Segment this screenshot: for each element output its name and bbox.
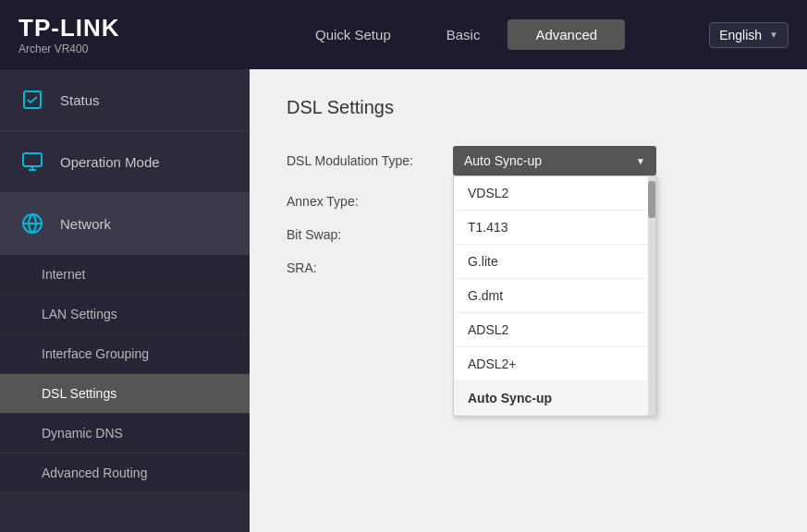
nav-quick-setup[interactable]: Quick Setup [287, 19, 419, 50]
dropdown-list: VDSL2 T1.413 G.lite G.dmt ADSL2 ADSL2+ A… [453, 175, 656, 417]
nav-advanced[interactable]: Advanced [507, 19, 625, 50]
sidebar-item-lan-settings[interactable]: LAN Settings [0, 295, 250, 334]
nav-links: Quick Setup Basic Advanced [203, 19, 709, 50]
dsl-modulation-label: DSL Modulation Type: [287, 153, 453, 168]
dropdown-option-autosyncup[interactable]: Auto Sync-up [454, 381, 655, 416]
sra-label: SRA: [287, 260, 453, 275]
form-row-dsl-modulation: DSL Modulation Type: Auto Sync-up ▼ VDSL… [287, 146, 770, 175]
dropdown-option-gdmt[interactable]: G.dmt [454, 279, 655, 313]
network-icon [18, 210, 46, 237]
network-sub-menu: Internet LAN Settings Interface Grouping… [0, 255, 250, 493]
sidebar-label-network: Network [60, 216, 111, 232]
main-layout: Status Operation Mode Networ [0, 69, 807, 532]
logo: TP-LINK [18, 14, 203, 42]
svg-rect-1 [23, 153, 42, 166]
sidebar-item-status[interactable]: Status [0, 69, 250, 131]
sidebar-item-advanced-routing[interactable]: Advanced Routing [0, 453, 250, 493]
dropdown-option-adsl2plus[interactable]: ADSL2+ [454, 347, 655, 381]
dsl-modulation-dropdown[interactable]: Auto Sync-up ▼ VDSL2 T1.413 G.lite G.dmt… [453, 146, 656, 175]
language-selector[interactable]: English ▼ [709, 22, 789, 48]
content-area: DSL Settings DSL Modulation Type: Auto S… [250, 69, 807, 532]
dropdown-option-glite[interactable]: G.lite [454, 245, 655, 279]
dropdown-option-adsl2[interactable]: ADSL2 [454, 313, 655, 347]
sidebar-item-dsl-settings[interactable]: DSL Settings [0, 374, 250, 414]
page-title: DSL Settings [287, 97, 770, 118]
sidebar-label-status: Status [60, 92, 100, 108]
sidebar-item-dynamic-dns[interactable]: Dynamic DNS [0, 414, 250, 453]
scrollbar-thumb [648, 181, 655, 218]
header: TP-LINK Archer VR400 Quick Setup Basic A… [0, 0, 807, 69]
monitor-icon [18, 148, 46, 175]
language-label: English [719, 28, 762, 42]
sidebar-item-internet[interactable]: Internet [0, 255, 250, 295]
bit-swap-label: Bit Swap: [287, 227, 453, 242]
dropdown-option-t1413[interactable]: T1.413 [454, 211, 655, 245]
dropdown-option-vdsl2[interactable]: VDSL2 [454, 176, 655, 211]
status-icon [18, 86, 46, 114]
sidebar-item-operation-mode[interactable]: Operation Mode [0, 131, 250, 193]
sidebar: Status Operation Mode Networ [0, 69, 250, 532]
dropdown-arrow-icon: ▼ [636, 156, 645, 166]
dropdown-button[interactable]: Auto Sync-up ▼ [453, 146, 656, 175]
annex-type-label: Annex Type: [287, 194, 453, 209]
chevron-down-icon: ▼ [769, 30, 778, 40]
dropdown-selected-value: Auto Sync-up [464, 153, 542, 168]
sidebar-item-network[interactable]: Network [0, 193, 250, 255]
nav-basic[interactable]: Basic [419, 19, 508, 50]
logo-area: TP-LINK Archer VR400 [18, 14, 203, 55]
model-name: Archer VR400 [18, 42, 203, 55]
sidebar-item-interface-grouping[interactable]: Interface Grouping [0, 334, 250, 374]
sidebar-label-operation-mode: Operation Mode [60, 154, 160, 170]
scrollbar [648, 176, 655, 416]
